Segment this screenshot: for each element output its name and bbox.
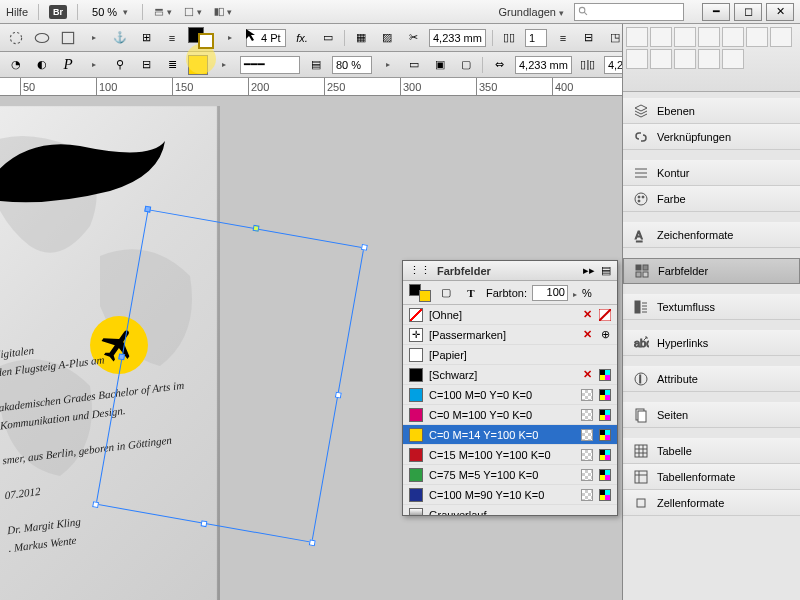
fit-icon[interactable]: ▣ <box>430 55 450 75</box>
swatch-row[interactable]: [Papier] <box>403 345 617 365</box>
opacity-flyout[interactable] <box>378 55 398 75</box>
zoom-dropdown[interactable]: 50 % <box>88 6 132 18</box>
gutter-icon[interactable]: ▯|▯ <box>578 55 598 75</box>
close-button[interactable]: ✕ <box>766 3 794 21</box>
panel-textumfluss[interactable]: Textumfluss <box>623 294 800 320</box>
tool-icon[interactable] <box>58 28 78 48</box>
fx-icon[interactable]: fx. <box>292 28 312 48</box>
stroke-style-field[interactable]: ━━━ <box>240 56 300 74</box>
mini-tool[interactable] <box>722 27 744 47</box>
swatch-row[interactable]: C=75 M=5 Y=100 K=0 <box>403 465 617 485</box>
crop-icon[interactable]: ✂ <box>403 28 423 48</box>
cols-icon[interactable]: ▯▯ <box>499 28 519 48</box>
menu-help[interactable]: Hilfe <box>6 6 28 18</box>
mini-tool[interactable] <box>626 49 648 69</box>
textwrap-icon[interactable]: ▦ <box>351 28 371 48</box>
search-input[interactable] <box>574 3 684 21</box>
tint-stepper[interactable] <box>573 287 577 299</box>
fill-stroke-mini[interactable] <box>409 284 431 302</box>
fill-flyout[interactable] <box>220 28 240 48</box>
swatch-row[interactable]: C=15 M=100 Y=100 K=0 <box>403 445 617 465</box>
fit-icon[interactable]: ▭ <box>404 55 424 75</box>
dock-quick-tools <box>623 24 800 92</box>
swatch-row[interactable]: C=0 M=100 Y=0 K=0 <box>403 405 617 425</box>
width-field[interactable]: 4,233 mm <box>429 29 486 47</box>
tool-icon[interactable]: ◔ <box>6 55 26 75</box>
bridge-badge[interactable]: Br <box>49 5 67 19</box>
columns-field[interactable]: 1 <box>525 29 547 47</box>
panel-tabellenformate[interactable]: Tabellenformate <box>623 464 800 490</box>
align-icon[interactable]: ≡ <box>162 28 182 48</box>
mini-tool[interactable] <box>746 27 768 47</box>
swatch-row[interactable]: C=0 M=14 Y=100 K=0 <box>403 425 617 445</box>
mini-tool[interactable] <box>626 27 648 47</box>
swatch-flyout[interactable] <box>214 55 234 75</box>
object-target-icon[interactable]: ▢ <box>436 283 456 303</box>
tint-input[interactable]: 100 <box>532 285 568 301</box>
tool-flyout[interactable] <box>84 28 104 48</box>
height-field[interactable]: 4,233 mm <box>515 56 572 74</box>
swatch-yellow[interactable] <box>188 55 208 75</box>
svg-rect-25 <box>635 445 647 457</box>
workspace-switcher[interactable]: Grundlagen <box>499 6 565 18</box>
fit-icon[interactable]: ▢ <box>456 55 476 75</box>
text-target-icon[interactable]: T <box>461 283 481 303</box>
panel-zeichenformate[interactable]: A̲Zeichenformate <box>623 222 800 248</box>
options-icon[interactable]: ≡ <box>553 28 573 48</box>
panel-collapse-icon[interactable]: ▸▸ <box>583 264 595 277</box>
swatch-row[interactable]: C=100 M=90 Y=10 K=0 <box>403 485 617 505</box>
mini-tool[interactable] <box>674 27 696 47</box>
textwrap-icon[interactable]: ▨ <box>377 28 397 48</box>
screen-mode-dropdown[interactable] <box>183 2 203 22</box>
fill-stroke-swatches[interactable] <box>188 27 214 49</box>
mini-tool[interactable] <box>698 27 720 47</box>
opacity-field[interactable]: 80 % <box>332 56 372 74</box>
fit-icon[interactable]: ▭ <box>318 28 338 48</box>
mini-tool[interactable] <box>650 27 672 47</box>
view-options-dropdown[interactable] <box>153 2 173 22</box>
arrange-dropdown[interactable] <box>213 2 233 22</box>
panel-seiten[interactable]: Seiten <box>623 402 800 428</box>
panel-tab-bar[interactable]: ⋮⋮ Farbfelder ▸▸ ▤ <box>403 261 617 281</box>
align-icon[interactable]: ≣ <box>162 55 182 75</box>
options-icon[interactable]: ⊟ <box>579 28 599 48</box>
distribute-icon[interactable]: ⊟ <box>136 55 156 75</box>
gap-icon[interactable]: ⇔ <box>489 55 509 75</box>
swatch-row[interactable]: [Ohne]✕ <box>403 305 617 325</box>
panel-zellenformate[interactable]: Zellenformate <box>623 490 800 516</box>
svg-point-12 <box>642 196 644 198</box>
mini-tool[interactable] <box>770 27 792 47</box>
swatch-flag-grid <box>581 449 593 461</box>
mini-tool[interactable] <box>698 49 720 69</box>
anchor-icon[interactable]: ⚓ <box>110 28 130 48</box>
swatches-panel[interactable]: ⋮⋮ Farbfelder ▸▸ ▤ ▢ T Farbton: 100 % [O… <box>402 260 618 516</box>
panel-grip-icon[interactable]: ⋮⋮ <box>409 264 431 277</box>
panel-tabelle[interactable]: Tabelle <box>623 438 800 464</box>
minimize-button[interactable]: ━ <box>702 3 730 21</box>
panel-farbfelder[interactable]: Farbfelder <box>623 258 800 284</box>
panel-menu-icon[interactable]: ▤ <box>601 264 611 277</box>
panel-attribute[interactable]: iAttribute <box>623 366 800 392</box>
swatch-row[interactable]: Grauverlauf <box>403 505 617 515</box>
text-tool-icon[interactable]: P <box>58 55 78 75</box>
mini-tool[interactable] <box>650 49 672 69</box>
panel-verknuepfungen[interactable]: Verknüpfungen <box>623 124 800 150</box>
swatch-row[interactable]: [Passermarken]✕⊕ <box>403 325 617 345</box>
anchor-icon[interactable]: ⚲ <box>110 55 130 75</box>
tool-icon[interactable]: ◐ <box>32 55 52 75</box>
panel-ebenen[interactable]: Ebenen <box>623 98 800 124</box>
panel-hyperlinks[interactable]: abcHyperlinks <box>623 330 800 356</box>
tool-icon[interactable] <box>6 28 26 48</box>
panel-kontur[interactable]: Kontur <box>623 160 800 186</box>
swatch-row[interactable]: C=100 M=0 Y=0 K=0 <box>403 385 617 405</box>
tool-flyout[interactable] <box>84 55 104 75</box>
mini-tool[interactable] <box>722 49 744 69</box>
maximize-button[interactable]: ◻ <box>734 3 762 21</box>
panel-farbe[interactable]: Farbe <box>623 186 800 212</box>
swatch-row[interactable]: [Schwarz]✕ <box>403 365 617 385</box>
mini-tool[interactable] <box>674 49 696 69</box>
distribute-icon[interactable]: ⊞ <box>136 28 156 48</box>
tool-icon[interactable] <box>32 28 52 48</box>
swatch-list[interactable]: [Ohne]✕[Passermarken]✕⊕[Papier][Schwarz]… <box>403 305 617 515</box>
pct-icon[interactable]: ▤ <box>306 55 326 75</box>
